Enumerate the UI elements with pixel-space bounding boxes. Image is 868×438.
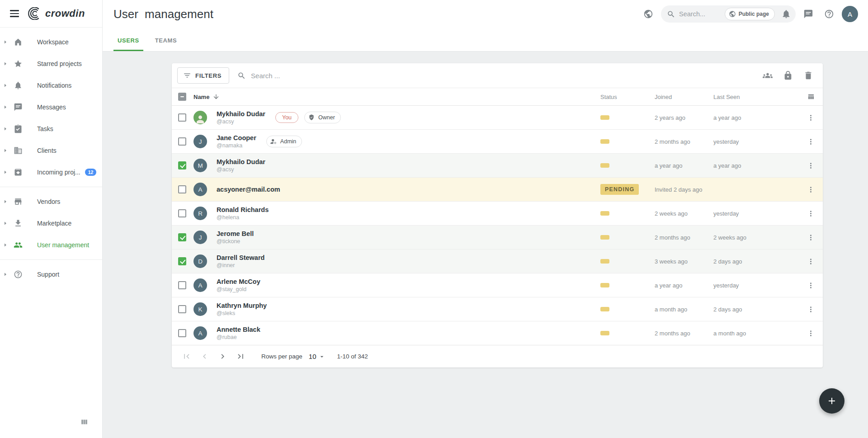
- select-all-checkbox[interactable]: [178, 93, 186, 101]
- row-menu-button[interactable]: [804, 278, 817, 292]
- table-row[interactable]: A Arlene McCoy @stay_gold a year ago yes…: [172, 273, 823, 297]
- joined-cell: a month ago: [655, 306, 713, 313]
- row-menu-button[interactable]: [804, 207, 817, 220]
- expand-arrow-icon[interactable]: [3, 272, 8, 277]
- expand-arrow-icon[interactable]: [3, 221, 8, 226]
- prev-page-icon[interactable]: [195, 348, 213, 366]
- row-checkbox[interactable]: [178, 137, 186, 146]
- row-menu-button[interactable]: [804, 111, 817, 124]
- shield-check-icon: [308, 114, 315, 121]
- main-area: User management P: [103, 0, 868, 438]
- help-icon[interactable]: [821, 6, 837, 22]
- download-icon: [14, 219, 23, 228]
- row-checkbox[interactable]: [178, 329, 186, 337]
- lock-icon[interactable]: [780, 67, 796, 84]
- sidebar-item-user-management[interactable]: User management: [0, 234, 102, 256]
- crowdin-logo[interactable]: crowdin: [27, 7, 85, 20]
- row-menu-button[interactable]: [804, 302, 817, 316]
- table-row[interactable]: Mykhailo Dudar @acsy YouOwner 2 years ag…: [172, 106, 823, 130]
- sidebar-item-clients[interactable]: Clients: [0, 140, 102, 161]
- table-row[interactable]: K Kathryn Murphy @sleks a month ago 2 da…: [172, 297, 823, 321]
- menu-icon[interactable]: [10, 8, 21, 19]
- column-header-last-seen[interactable]: Last Seen: [713, 94, 740, 100]
- user-avatar[interactable]: A: [842, 6, 858, 22]
- status-badge: [600, 307, 609, 311]
- you-badge: You: [275, 112, 298, 123]
- row-checkbox[interactable]: [178, 185, 186, 193]
- messages-icon[interactable]: [800, 6, 816, 22]
- globe-icon[interactable]: [640, 6, 656, 22]
- row-checkbox[interactable]: [178, 257, 186, 265]
- joined-cell: 3 weeks ago: [655, 258, 713, 265]
- sidebar-item-incoming-proj[interactable]: Incoming proj... 12: [0, 161, 102, 183]
- tab-users[interactable]: USERS: [113, 28, 143, 51]
- sidebar-item-support[interactable]: Support: [0, 264, 102, 285]
- row-menu-button[interactable]: [804, 135, 817, 148]
- table-row[interactable]: A Annette Black @rubae 2 months ago a mo…: [172, 321, 823, 345]
- sidebar-item-marketplace[interactable]: Marketplace: [0, 212, 102, 234]
- avatar: J: [193, 135, 207, 148]
- sidebar-nav: Workspace Starred projects Notifications…: [0, 28, 102, 285]
- sort-desc-icon[interactable]: [212, 93, 220, 100]
- row-checkbox[interactable]: [178, 161, 186, 170]
- sidebar-item-messages[interactable]: Messages: [0, 96, 102, 118]
- table-search: [237, 71, 751, 80]
- expand-arrow-icon[interactable]: [3, 39, 8, 45]
- kebab-icon: [807, 113, 815, 122]
- sidebar-item-notifications[interactable]: Notifications: [0, 75, 102, 96]
- filters-button[interactable]: FILTERS: [177, 67, 229, 84]
- sidebar-item-workspace[interactable]: Workspace: [0, 31, 102, 53]
- expand-arrow-icon[interactable]: [3, 170, 8, 175]
- table-row[interactable]: A acsyoner@mail.com PENDING Invited 2 da…: [172, 178, 823, 202]
- row-checkbox[interactable]: [178, 305, 186, 313]
- expand-arrow-icon[interactable]: [3, 148, 8, 153]
- columns-settings-icon[interactable]: [805, 90, 817, 103]
- sidebar-divider: [0, 259, 102, 260]
- table-row[interactable]: J Jerome Bell @tickone 2 months ago 2 we…: [172, 226, 823, 250]
- expand-arrow-icon[interactable]: [3, 104, 8, 110]
- avatar: D: [193, 254, 207, 268]
- row-menu-button[interactable]: [804, 183, 817, 196]
- row-checkbox[interactable]: [178, 233, 186, 241]
- global-search-input[interactable]: [679, 10, 721, 18]
- table-row[interactable]: J Jane Cooper @namaka Admin 2 months ago…: [172, 130, 823, 154]
- row-menu-button[interactable]: [804, 231, 817, 244]
- notifications-bell-icon[interactable]: [778, 6, 794, 22]
- first-page-icon[interactable]: [177, 348, 195, 366]
- expand-arrow-icon[interactable]: [3, 199, 8, 204]
- user-name: Mykhailo Dudar: [217, 110, 265, 118]
- row-checkbox[interactable]: [178, 113, 186, 122]
- table-row[interactable]: R Ronald Richards @helena 2 weeks ago ye…: [172, 202, 823, 226]
- expand-arrow-icon[interactable]: [3, 83, 8, 88]
- row-checkbox[interactable]: [178, 281, 186, 289]
- public-page-button[interactable]: Public page: [725, 8, 775, 20]
- sidebar-item-vendors[interactable]: Vendors: [0, 191, 102, 212]
- groups-icon[interactable]: [760, 67, 776, 84]
- trash-icon[interactable]: [800, 67, 816, 84]
- table-row[interactable]: M Mykhailo Dudar @acsy a year ago a year…: [172, 154, 823, 178]
- next-page-icon[interactable]: [213, 348, 231, 366]
- expand-arrow-icon[interactable]: [3, 242, 8, 248]
- sidebar-item-starred-projects[interactable]: Starred projects: [0, 53, 102, 75]
- sidebar-item-label: Vendors: [37, 198, 60, 205]
- last-page-icon[interactable]: [231, 348, 250, 366]
- row-menu-button[interactable]: [804, 326, 817, 340]
- add-user-fab[interactable]: [819, 388, 844, 414]
- avatar: J: [193, 231, 207, 244]
- column-header-status[interactable]: Status: [600, 94, 617, 100]
- grid-view-icon[interactable]: [80, 418, 89, 427]
- sidebar-item-label: Support: [37, 271, 59, 278]
- row-menu-button[interactable]: [804, 159, 817, 172]
- expand-arrow-icon[interactable]: [3, 126, 8, 132]
- column-header-joined[interactable]: Joined: [655, 94, 672, 100]
- sidebar-item-tasks[interactable]: Tasks: [0, 118, 102, 140]
- tab-teams[interactable]: TEAMS: [151, 28, 181, 51]
- column-header-name[interactable]: Name: [193, 94, 209, 100]
- rows-per-page-select[interactable]: 10: [309, 353, 326, 360]
- table-row[interactable]: D Darrell Steward @inner 3 weeks ago 2 d…: [172, 250, 823, 273]
- row-checkbox[interactable]: [178, 209, 186, 217]
- kebab-icon: [807, 185, 815, 194]
- expand-arrow-icon[interactable]: [3, 61, 8, 66]
- row-menu-button[interactable]: [804, 254, 817, 268]
- table-search-input[interactable]: [251, 72, 751, 80]
